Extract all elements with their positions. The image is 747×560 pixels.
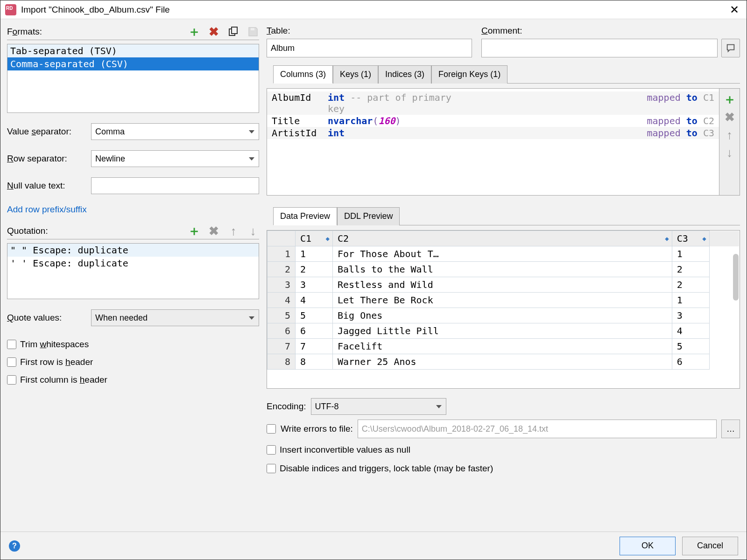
preview-cell[interactable]: Jagged Little Pill	[333, 323, 672, 339]
add-quotation-icon[interactable]: ＋	[188, 225, 200, 237]
mapping-tab[interactable]: Keys (1)	[333, 65, 378, 84]
cancel-button[interactable]: Cancel	[682, 537, 738, 555]
trim-whitespaces-label: Trim whitespaces	[20, 339, 89, 350]
move-down-quotation-icon: ↓	[247, 225, 259, 237]
column-header[interactable]: C2◆	[333, 231, 672, 246]
preview-cell[interactable]: 2	[672, 262, 709, 277]
value-separator-select[interactable]: Comma	[91, 123, 259, 140]
first-row-header-checkbox[interactable]	[7, 357, 16, 367]
row-number: 1	[268, 246, 296, 262]
duplicate-format-icon[interactable]	[227, 26, 240, 38]
preview-cell[interactable]: 7	[296, 339, 333, 354]
preview-cell[interactable]: 5	[672, 339, 709, 354]
trim-whitespaces-checkbox[interactable]	[7, 340, 16, 349]
delete-format-icon[interactable]: ✖	[208, 26, 220, 38]
write-errors-path-input[interactable]	[358, 420, 717, 438]
preview-cell[interactable]: 3	[672, 308, 709, 323]
preview-scrollbar[interactable]	[733, 254, 739, 301]
preview-cell[interactable]: Big Ones	[333, 308, 672, 323]
preview-tab[interactable]: DDL Preview	[337, 207, 400, 225]
preview-cell[interactable]: Warner 25 Anos	[333, 354, 672, 370]
ok-button[interactable]: OK	[620, 537, 676, 555]
comment-input[interactable]	[481, 39, 718, 57]
quotation-list[interactable]: " " Escape: duplicate' ' Escape: duplica…	[7, 243, 259, 299]
formats-list[interactable]: Tab-separated (TSV)Comma-separated (CSV)	[7, 44, 259, 113]
row-separator-select[interactable]: Newline	[91, 150, 259, 167]
preview-cell[interactable]: Balls to the Wall	[333, 262, 672, 277]
preview-table[interactable]: C1◆C2◆C3◆11For Those About T…122Balls to…	[267, 231, 740, 370]
comment-label: Comment:	[481, 26, 740, 36]
preview-cell[interactable]: 2	[296, 262, 333, 277]
preview-cell[interactable]: 1	[296, 246, 333, 262]
row-number: 3	[268, 277, 296, 293]
row-separator-label: Row separator:	[7, 154, 91, 164]
row-number: 8	[268, 354, 296, 370]
disable-indices-checkbox[interactable]	[267, 464, 276, 473]
null-value-row: Null value text:	[7, 177, 259, 194]
add-column-icon[interactable]: ＋	[724, 93, 736, 105]
quote-values-select[interactable]: When needed	[91, 309, 259, 326]
mapping-area: AlbumIdint -- part of primary keymapped …	[267, 88, 740, 196]
quotation-row[interactable]: ' ' Escape: duplicate	[7, 257, 259, 270]
mapping-tab[interactable]: Indices (3)	[378, 65, 431, 84]
add-row-prefix-suffix-link[interactable]: Add row prefix/suffix	[7, 204, 87, 214]
preview-cell[interactable]: 1	[672, 246, 709, 262]
preview-cell[interactable]: Let There Be Rock	[333, 293, 672, 308]
encoding-select[interactable]: UTF-8	[311, 398, 446, 415]
table-input[interactable]	[267, 39, 472, 57]
table-comment-row: Table: Comment:	[267, 26, 740, 57]
bottom-controls: Encoding: UTF-8 Write errors to file: … …	[267, 398, 740, 474]
value-separator-row: Value separator: Comma	[7, 123, 259, 140]
null-value-input[interactable]	[91, 177, 259, 194]
disable-indices-label: Disable indices and triggers, lock table…	[280, 463, 493, 474]
preview-cell[interactable]: For Those About T…	[333, 246, 672, 262]
quote-values-label: Quote values:	[7, 313, 91, 323]
insert-null-checkbox[interactable]	[267, 445, 276, 455]
preview-cell[interactable]: 4	[672, 323, 709, 339]
browse-errors-file-button[interactable]: …	[721, 420, 740, 438]
save-format-icon	[247, 26, 259, 38]
format-item[interactable]: Tab-separated (TSV)	[7, 44, 259, 57]
preview-tab[interactable]: Data Preview	[273, 207, 337, 225]
left-pane: Formats: ＋ ✖ Tab-separated (TSV)Comma-se…	[7, 26, 259, 525]
comment-expand-button[interactable]	[721, 39, 740, 57]
help-icon[interactable]: ?	[9, 540, 20, 552]
preview-cell[interactable]: 6	[296, 323, 333, 339]
add-format-icon[interactable]: ＋	[188, 26, 200, 38]
svg-rect-2	[251, 28, 254, 30]
first-col-header-checkbox[interactable]	[7, 375, 16, 385]
preview-wrap: C1◆C2◆C3◆11For Those About T…122Balls to…	[267, 230, 740, 389]
preview-cell[interactable]: Facelift	[333, 339, 672, 354]
preview-cell[interactable]: Restless and Wild	[333, 277, 672, 293]
insert-null-label: Insert inconvertible values as null	[280, 445, 410, 455]
row-number: 4	[268, 293, 296, 308]
mapping-tab[interactable]: Foreign Keys (1)	[431, 65, 507, 84]
preview-cell[interactable]: 8	[296, 354, 333, 370]
corner-cell	[268, 231, 296, 246]
close-icon[interactable]: ✕	[727, 3, 742, 16]
first-row-header-row: First row is header	[7, 357, 259, 367]
move-column-up-icon: ↑	[724, 129, 736, 141]
mapping-row[interactable]: ArtistIdintmapped to C3	[267, 127, 719, 139]
mapping-side-toolbar: ＋ ✖ ↑ ↓	[719, 89, 740, 195]
preview-cell[interactable]: 4	[296, 293, 333, 308]
write-errors-checkbox[interactable]	[267, 424, 276, 434]
preview-cell[interactable]: 3	[296, 277, 333, 293]
quotation-header: Quotation: ＋ ✖ ↑ ↓	[7, 223, 259, 239]
trim-whitespaces-row: Trim whitespaces	[7, 339, 259, 350]
mapping-content[interactable]: AlbumIdint -- part of primary keymapped …	[267, 89, 719, 195]
column-header[interactable]: C3◆	[672, 231, 709, 246]
preview-cell[interactable]: 6	[672, 354, 709, 370]
mapping-row[interactable]: AlbumIdint -- part of primary keymapped …	[267, 91, 719, 115]
window-title: Import "Chinook_dbo_Album.csv" File	[21, 5, 727, 15]
format-item[interactable]: Comma-separated (CSV)	[7, 57, 259, 70]
preview-cell[interactable]: 2	[672, 277, 709, 293]
preview-cell[interactable]: 1	[672, 293, 709, 308]
titlebar: Import "Chinook_dbo_Album.csv" File ✕	[0, 0, 747, 19]
first-row-header-label: First row is header	[20, 357, 93, 367]
preview-cell[interactable]: 5	[296, 308, 333, 323]
mapping-row[interactable]: Titlenvarchar(160)mapped to C2	[267, 115, 719, 127]
quotation-row[interactable]: " " Escape: duplicate	[7, 244, 259, 257]
column-header[interactable]: C1◆	[296, 231, 333, 246]
mapping-tab[interactable]: Columns (3)	[273, 65, 333, 84]
